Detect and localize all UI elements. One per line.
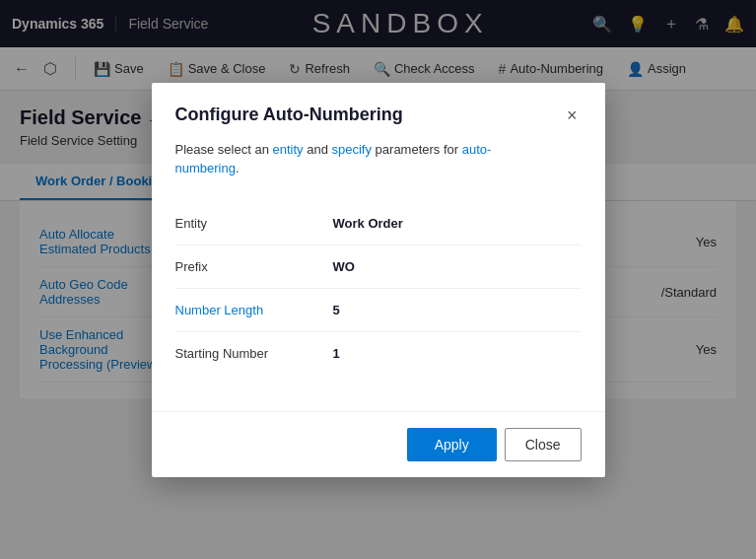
modal-value-starting-number: 1 (333, 346, 340, 361)
modal-label-entity: Entity (175, 216, 333, 231)
modal-desc-entity-link[interactable]: entity (273, 142, 304, 157)
modal-field-prefix: Prefix WO (175, 245, 582, 289)
modal-value-number-length: 5 (333, 303, 340, 317)
modal-close-button[interactable]: × (563, 103, 582, 128)
modal-label-starting-number: Starting Number (175, 346, 333, 361)
modal-footer: Apply Close (152, 411, 605, 477)
modal-title: Configure Auto-Numbering (175, 105, 403, 125)
apply-button[interactable]: Apply (407, 428, 497, 461)
modal-overlay: Configure Auto-Numbering × Please select… (0, 0, 756, 559)
modal-label-number-length[interactable]: Number Length (175, 303, 333, 317)
configure-auto-numbering-modal: Configure Auto-Numbering × Please select… (152, 83, 605, 477)
modal-field-number-length: Number Length 5 (175, 289, 582, 332)
close-button[interactable]: Close (505, 428, 582, 461)
modal-label-prefix: Prefix (175, 259, 333, 274)
modal-header: Configure Auto-Numbering × (152, 83, 605, 140)
modal-description: Please select an entity and specify para… (152, 140, 605, 194)
modal-field-starting-number: Starting Number 1 (175, 332, 582, 375)
modal-body: Entity Work Order Prefix WO Number Lengt… (152, 194, 605, 411)
modal-value-entity: Work Order (333, 216, 403, 231)
modal-desc-specify-link[interactable]: specify (332, 142, 372, 157)
modal-field-entity: Entity Work Order (175, 202, 582, 245)
modal-value-prefix: WO (333, 259, 355, 274)
